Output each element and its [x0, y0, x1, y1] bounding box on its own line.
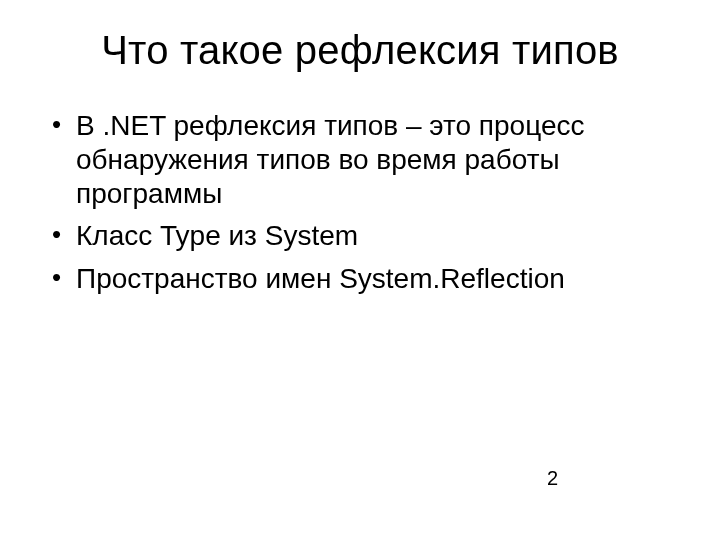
slide-body: В .NET рефлексия типов – это процесс обн… [0, 73, 720, 296]
list-item: В .NET рефлексия типов – это процесс обн… [48, 109, 672, 211]
list-item: Класс Type из System [48, 219, 672, 253]
bullet-list: В .NET рефлексия типов – это процесс обн… [48, 109, 672, 296]
slide-title: Что такое рефлексия типов [0, 0, 720, 73]
slide: Что такое рефлексия типов В .NET рефлекс… [0, 0, 720, 540]
page-number: 2 [547, 467, 558, 490]
list-item: Пространство имен System.Reflection [48, 262, 672, 296]
